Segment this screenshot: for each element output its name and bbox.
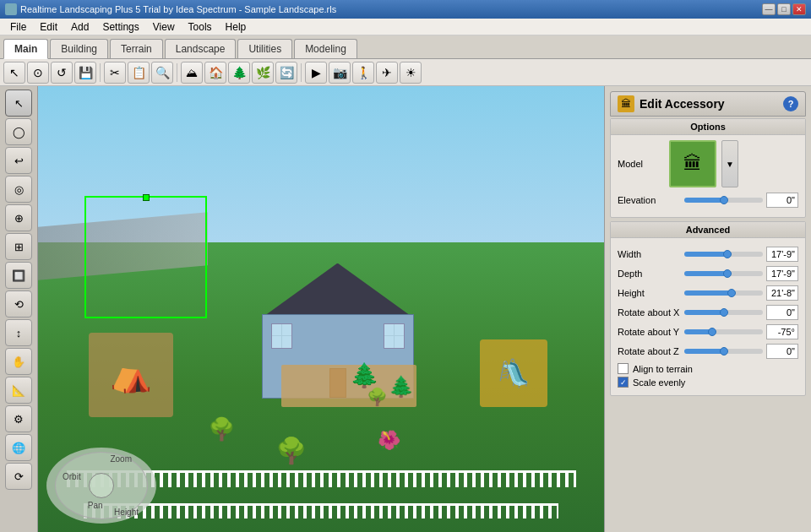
nav-overlay[interactable]: Zoom Orbit Pan Height	[46, 448, 156, 524]
tool-add[interactable]: ⊕	[5, 204, 32, 231]
options-section: Options Model 🏛 ▼ Elevation 0"	[610, 118, 806, 218]
toolbar-refresh[interactable]: 🔄	[275, 62, 297, 84]
toolbar-cut[interactable]: ✂	[104, 62, 126, 84]
height-slider[interactable]	[684, 290, 763, 296]
viewport[interactable]: ⛺ 🌲 🌲 🌳 🌳 🌳 🌺 🛝 Zoom Or	[38, 86, 604, 532]
window-title: Realtime Landscaping Plus 5 Trial by Ide…	[20, 4, 762, 14]
minimize-button[interactable]: —	[762, 3, 776, 15]
tool-refresh[interactable]: ⟳	[5, 463, 32, 490]
tool-measure[interactable]: 📐	[5, 377, 32, 404]
tab-main[interactable]: Main	[3, 39, 48, 59]
toolbar-sun[interactable]: ☀	[400, 62, 422, 84]
menu-file[interactable]: File	[3, 19, 33, 35]
tool-grid[interactable]: ⊞	[5, 233, 32, 260]
menu-tools[interactable]: Tools	[182, 19, 219, 35]
main-area: ↖ ◯ ↩ ◎ ⊕ ⊞ 🔲 ⟲ ↕ ✋ 📐 ⚙ 🌐 ⟳	[0, 86, 811, 532]
width-slider[interactable]	[684, 252, 763, 257]
tab-utilities[interactable]: Utilities	[237, 39, 292, 58]
rotate-z-value: 0"	[766, 344, 798, 359]
toolbar-save[interactable]: 💾	[74, 62, 96, 84]
tool-rotate[interactable]: ⟲	[5, 290, 32, 318]
help-button[interactable]: ?	[783, 96, 798, 111]
menu-view[interactable]: View	[146, 19, 182, 35]
toolbar-render[interactable]: ▶	[305, 62, 327, 84]
rotate-x-thumb	[720, 308, 728, 317]
width-thumb	[723, 250, 732, 258]
house-roof	[253, 263, 422, 318]
toolbar-orbit[interactable]: ⊙	[27, 62, 49, 84]
tool-scale[interactable]: ↕	[5, 319, 32, 346]
rotate-x-slider[interactable]	[684, 310, 763, 315]
options-header: Options	[611, 119, 805, 135]
menu-edit[interactable]: Edit	[33, 19, 64, 35]
rotate-y-slider[interactable]	[684, 329, 763, 334]
toolbar-terrain[interactable]: ⛰	[181, 62, 203, 84]
align-terrain-label: Align to terrain	[633, 364, 693, 374]
advanced-header: Advanced	[611, 222, 805, 238]
toolbar-pointer[interactable]: ↖	[3, 62, 25, 84]
toolbar-zoom-in[interactable]: 🔍	[151, 62, 173, 84]
plant-1: 🌺	[378, 430, 400, 452]
tree-2: 🌲	[389, 375, 414, 399]
depth-slider[interactable]	[684, 271, 763, 276]
menu-add[interactable]: Add	[64, 19, 95, 35]
rotate-z-label: Rotate about Z	[618, 346, 681, 356]
toolbar-plant[interactable]: 🌿	[252, 62, 274, 84]
scale-evenly-checkbox[interactable]: ✓	[618, 377, 629, 388]
tool-select[interactable]: ↖	[5, 90, 32, 117]
height-value: 21'-8"	[766, 285, 798, 301]
menu-help[interactable]: Help	[219, 19, 253, 35]
tab-modeling[interactable]: Modeling	[294, 39, 357, 58]
tab-terrain[interactable]: Terrain	[110, 39, 163, 58]
tab-building[interactable]: Building	[50, 39, 108, 58]
close-button[interactable]: ✕	[792, 3, 806, 15]
tab-landscape[interactable]: Landscape	[165, 39, 237, 58]
toolbar-walk[interactable]: 🚶	[352, 62, 374, 84]
nav-center	[89, 473, 114, 498]
toolbar-paste[interactable]: 📋	[128, 62, 150, 84]
menubar: File Edit Add Settings View Tools Help	[0, 19, 811, 35]
scale-evenly-row: ✓ Scale evenly	[618, 377, 798, 388]
tool-undo[interactable]: ↩	[5, 147, 32, 174]
elevation-label: Elevation	[618, 195, 681, 205]
elevation-slider[interactable]	[684, 198, 763, 203]
toolbar-fly[interactable]: ✈	[376, 62, 398, 84]
rotate-y-thumb	[708, 328, 716, 336]
tool-box[interactable]: 🔲	[5, 262, 32, 289]
height-row: Height 21'-8"	[618, 285, 798, 301]
playground: 🛝	[480, 339, 547, 407]
model-preview-icon: 🏛	[683, 153, 702, 175]
toolbar-undo[interactable]: ↺	[51, 62, 73, 84]
width-row: Width 17'-9"	[618, 247, 798, 262]
elevation-value[interactable]: 0"	[766, 193, 798, 208]
model-row: Model 🏛 ▼	[618, 140, 798, 187]
window-controls[interactable]: — □ ✕	[762, 3, 806, 15]
rotate-z-thumb	[720, 347, 728, 356]
menu-settings[interactable]: Settings	[95, 19, 145, 35]
depth-label: Depth	[618, 269, 681, 279]
tool-settings[interactable]: ⚙	[5, 405, 32, 432]
left-sidebar: ↖ ◯ ↩ ◎ ⊕ ⊞ 🔲 ⟲ ↕ ✋ 📐 ⚙ 🌐 ⟳	[0, 86, 38, 532]
toolbar-house[interactable]: 🏠	[204, 62, 226, 84]
zoom-label: Zoom	[110, 454, 132, 464]
rotate-y-value: -75°	[766, 324, 798, 339]
width-label: Width	[618, 249, 681, 259]
tool-target[interactable]: ◎	[5, 176, 32, 203]
height-label: Height	[114, 508, 139, 517]
rotate-z-slider[interactable]	[684, 349, 763, 354]
align-terrain-checkbox[interactable]	[618, 363, 629, 374]
house-window-right	[384, 323, 405, 349]
pan-label: Pan	[88, 501, 103, 510]
advanced-body: Width 17'-9" Depth 17'-9" Height	[611, 242, 805, 395]
tool-circle[interactable]: ◯	[5, 118, 32, 145]
toolbar-camera[interactable]: 📷	[329, 62, 351, 84]
tool-hand[interactable]: ✋	[5, 348, 32, 375]
model-dropdown[interactable]: ▼	[721, 140, 738, 187]
shrub-1: 🌳	[208, 416, 235, 442]
toolbar-tree[interactable]: 🌲	[228, 62, 250, 84]
edit-accessory-header: 🏛 Edit Accessory ?	[610, 91, 806, 117]
tool-globe[interactable]: 🌐	[5, 434, 32, 461]
maximize-button[interactable]: □	[777, 3, 791, 15]
toolbar: ↖ ⊙ ↺ 💾 ✂ 📋 🔍 ⛰ 🏠 🌲 🌿 🔄 ▶ 📷 🚶 ✈ ☀	[0, 59, 811, 86]
right-panel: 🏛 Edit Accessory ? Options Model 🏛 ▼ Ele…	[604, 86, 811, 532]
